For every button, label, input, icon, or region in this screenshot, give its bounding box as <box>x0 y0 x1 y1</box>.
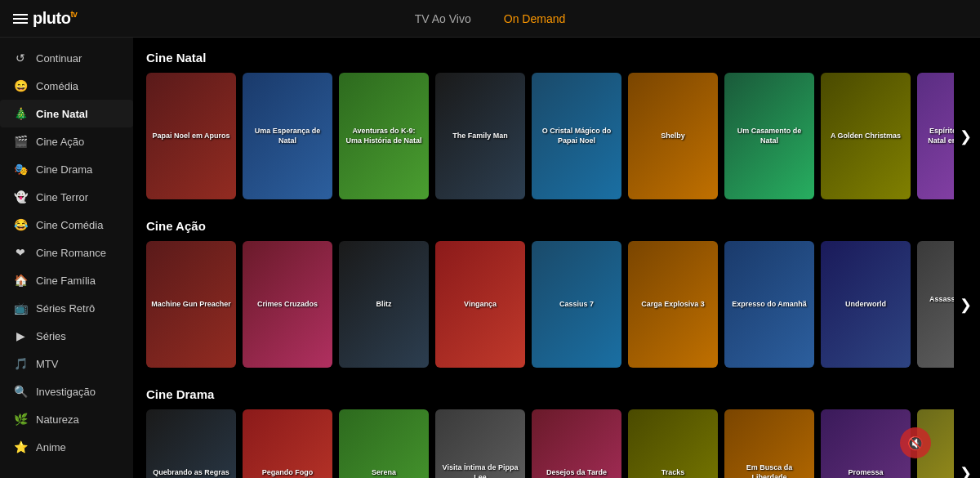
series-label: Séries <box>36 330 66 342</box>
card-bg: Serena <box>339 409 429 478</box>
cine-drama-icon: 🎭 <box>13 163 28 176</box>
cine-acao-label: Cine Ação <box>36 136 84 148</box>
card-cine-drama-6[interactable]: Em Busca da Liberdade <box>724 409 814 478</box>
card-bg: Carga Explosiva 3 <box>628 241 718 368</box>
card-cine-natal-4[interactable]: O Cristal Mágico do Papai Noel <box>532 73 621 199</box>
card-cine-drama-1[interactable]: Pegando Fogo <box>243 409 332 478</box>
logo: plutotv <box>33 9 77 28</box>
card-bg: Underworld <box>821 241 911 368</box>
card-cine-natal-2[interactable]: Aventuras do K-9: Uma História de Natal <box>339 73 429 199</box>
row-cine-drama: Quebrando as RegrasPegando FogoSerenaVis… <box>146 409 954 478</box>
sidebar-item-cine-familia[interactable]: 🏠 Cine Família <box>0 266 133 294</box>
card-cine-acao-3[interactable]: Vingança <box>435 241 525 368</box>
card-bg: Expresso do Amanhã <box>724 241 814 368</box>
cine-terror-label: Cine Terror <box>36 191 88 203</box>
card-bg: Blitz <box>339 241 429 368</box>
card-bg: Vingança <box>435 241 525 368</box>
card-cine-natal-0[interactable]: Papai Noel em Apuros <box>146 73 236 199</box>
sidebar-item-cine-romance[interactable]: ❤ Cine Romance <box>0 239 133 266</box>
card-bg: Tracks <box>628 409 718 478</box>
card-cine-acao-8[interactable]: Assassino a Preço Fixo <box>917 241 954 368</box>
cine-acao-icon: 🎬 <box>13 135 28 148</box>
continuar-label: Continuar <box>36 52 82 65</box>
card-cine-acao-1[interactable]: Crimes Cruzados <box>243 241 332 368</box>
chevron-right-cine-natal[interactable]: ❯ <box>954 73 977 199</box>
card-bg: Uma Esperança de Natal <box>243 73 332 199</box>
card-cine-acao-0[interactable]: Machine Gun Preacher <box>146 241 236 368</box>
card-cine-drama-0[interactable]: Quebrando as Regras <box>146 409 236 478</box>
anime-icon: ⭐ <box>13 440 28 453</box>
card-cine-natal-5[interactable]: Shelby <box>628 73 718 199</box>
row-container-cine-natal: Papai Noel em ApurosUma Esperança de Nat… <box>146 73 980 199</box>
section-cine-drama: Cine DramaQuebrando as RegrasPegando Fog… <box>146 387 980 478</box>
card-bg: Visita Íntima de Pippa Lee <box>435 409 525 478</box>
card-bg: Aventuras do K-9: Uma História de Natal <box>339 73 429 199</box>
card-cine-acao-7[interactable]: Underworld <box>821 241 911 368</box>
mtv-label: MTV <box>36 358 58 370</box>
sidebar-item-cine-natal[interactable]: 🎄 Cine Natal <box>0 100 133 127</box>
card-bg: Quebrando as Regras <box>146 409 236 478</box>
card-cine-natal-7[interactable]: A Golden Christmas <box>821 73 911 199</box>
row-cine-acao: Machine Gun PreacherCrimes CruzadosBlitz… <box>146 241 954 368</box>
card-cine-acao-4[interactable]: Cassius 7 <box>532 241 621 368</box>
natureza-icon: 🌿 <box>13 413 28 426</box>
main-layout: ↺ Continuar 😄 Comédia 🎄 Cine Natal 🎬 Cin… <box>0 38 980 478</box>
card-cine-drama-2[interactable]: Serena <box>339 409 429 478</box>
card-cine-drama-3[interactable]: Visita Íntima de Pippa Lee <box>435 409 525 478</box>
nav-on-demand[interactable]: On Demand <box>504 12 565 25</box>
natureza-label: Natureza <box>36 413 79 426</box>
card-bg: A Golden Christmas <box>821 73 911 199</box>
sidebar-item-natureza[interactable]: 🌿 Natureza <box>0 405 133 433</box>
card-cine-drama-5[interactable]: Tracks <box>628 409 718 478</box>
sidebar-item-cine-terror[interactable]: 👻 Cine Terror <box>0 183 133 211</box>
sidebar-item-anime[interactable]: ⭐ Anime <box>0 433 133 461</box>
row-container-cine-drama: Quebrando as RegrasPegando FogoSerenaVis… <box>146 409 980 478</box>
card-bg: Espíritos Mágicos: Natal em Nova York <box>917 73 954 199</box>
card-bg: Crimes Cruzados <box>243 241 332 368</box>
sidebar-item-investigacao[interactable]: 🔍 Investigação <box>0 377 133 405</box>
series-icon: ▶ <box>13 329 28 342</box>
row-cine-natal: Papai Noel em ApurosUma Esperança de Nat… <box>146 73 954 199</box>
top-navigation: plutotv TV Ao Vivo On Demand <box>0 0 980 38</box>
logo-tv-badge: tv <box>70 10 77 19</box>
card-bg: Um Casamento de Natal <box>724 73 814 199</box>
comedia-label: Comédia <box>36 80 78 92</box>
card-bg: Shelby <box>628 73 718 199</box>
sidebar-item-mtv[interactable]: 🎵 MTV <box>0 350 133 377</box>
chevron-right-cine-drama[interactable]: ❯ <box>954 409 977 478</box>
card-bg: The Family Man <box>435 73 525 199</box>
card-cine-natal-3[interactable]: The Family Man <box>435 73 525 199</box>
card-bg: Desejos da Tarde <box>532 409 621 478</box>
content-area: Cine NatalPapai Noel em ApurosUma Espera… <box>133 38 980 478</box>
cine-comedia-icon: 😂 <box>13 218 28 231</box>
cine-familia-label: Cine Família <box>36 275 96 287</box>
cine-drama-label: Cine Drama <box>36 163 92 176</box>
card-cine-acao-6[interactable]: Expresso do Amanhã <box>724 241 814 368</box>
card-bg: Pegando Fogo <box>243 409 332 478</box>
sidebar-item-cine-drama[interactable]: 🎭 Cine Drama <box>0 155 133 183</box>
sidebar-item-continuar[interactable]: ↺ Continuar <box>0 44 133 72</box>
sidebar-item-series-retro[interactable]: 📺 Séries Retrô <box>0 294 133 322</box>
chevron-right-cine-acao[interactable]: ❯ <box>954 241 977 368</box>
card-bg: Assassino a Preço Fixo <box>917 241 954 368</box>
card-cine-natal-6[interactable]: Um Casamento de Natal <box>724 73 814 199</box>
card-cine-drama-4[interactable]: Desejos da Tarde <box>532 409 621 478</box>
card-cine-acao-2[interactable]: Blitz <box>339 241 429 368</box>
section-title-cine-acao: Cine Ação <box>146 219 980 233</box>
cine-familia-icon: 🏠 <box>13 274 28 287</box>
card-bg: Promessa <box>821 409 911 478</box>
sidebar-item-cine-acao[interactable]: 🎬 Cine Ação <box>0 127 133 155</box>
section-title-cine-natal: Cine Natal <box>146 51 980 65</box>
nav-tv-ao-vivo[interactable]: TV Ao Vivo <box>415 12 471 25</box>
hamburger-icon[interactable] <box>13 14 28 24</box>
card-cine-drama-7[interactable]: Promessa <box>821 409 911 478</box>
card-cine-natal-8[interactable]: Espíritos Mágicos: Natal em Nova York <box>917 73 954 199</box>
sidebar-item-comedia[interactable]: 😄 Comédia <box>0 72 133 100</box>
card-cine-acao-5[interactable]: Carga Explosiva 3 <box>628 241 718 368</box>
card-bg: Em Busca da Liberdade <box>724 409 814 478</box>
card-bg: Cassius 7 <box>532 241 621 368</box>
sidebar-item-series[interactable]: ▶ Séries <box>0 322 133 350</box>
volume-button[interactable]: 🔇 <box>900 427 931 458</box>
sidebar-item-cine-comedia[interactable]: 😂 Cine Comédia <box>0 211 133 239</box>
card-cine-natal-1[interactable]: Uma Esperança de Natal <box>243 73 332 199</box>
